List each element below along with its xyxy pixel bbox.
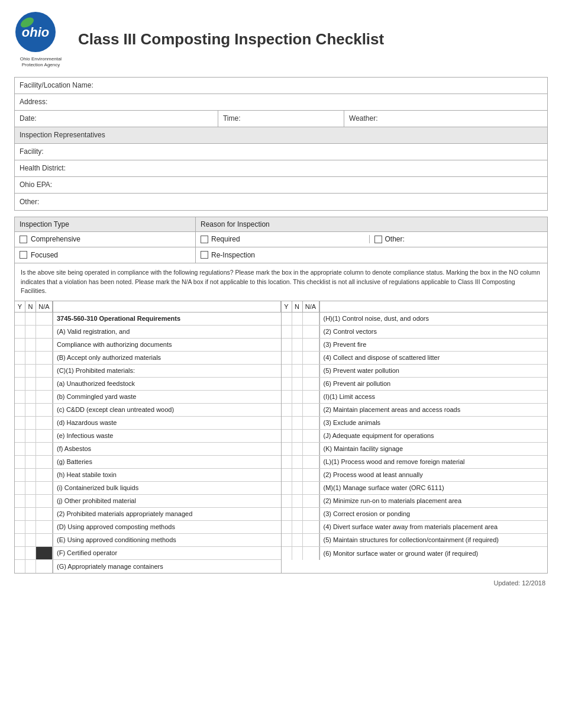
na-cell[interactable] [303,365,319,377]
na-cell[interactable] [36,534,53,546]
n-cell[interactable] [292,417,303,429]
y-cell[interactable] [15,495,25,507]
na-cell[interactable] [303,391,319,403]
n-cell[interactable] [292,326,303,338]
na-cell[interactable] [36,469,53,481]
na-cell[interactable] [303,430,319,442]
y-cell[interactable] [15,469,25,481]
y-cell[interactable] [15,391,25,403]
n-cell[interactable] [25,456,36,468]
other-checkbox[interactable] [374,236,382,243]
y-cell[interactable] [15,365,25,377]
n-cell[interactable] [292,495,303,507]
y-cell[interactable] [282,482,292,494]
n-cell[interactable] [292,430,303,442]
na-cell[interactable] [36,391,53,403]
n-cell[interactable] [25,430,36,442]
y-cell[interactable] [282,534,292,546]
n-cell[interactable] [292,534,303,546]
na-cell[interactable] [303,456,319,468]
na-cell[interactable] [303,378,319,390]
n-cell[interactable] [25,391,36,403]
y-cell[interactable] [15,326,25,338]
n-cell[interactable] [292,469,303,481]
na-cell[interactable] [303,313,319,325]
na-cell[interactable] [303,521,319,533]
n-cell[interactable] [25,404,36,416]
n-cell[interactable] [292,443,303,455]
na-cell[interactable] [36,508,53,520]
n-cell[interactable] [292,313,303,325]
y-cell[interactable] [15,404,25,416]
y-cell[interactable] [282,443,292,455]
y-cell[interactable] [15,352,25,364]
na-cell[interactable] [303,547,319,560]
na-cell[interactable] [303,417,319,429]
n-cell[interactable] [25,469,36,481]
y-cell[interactable] [15,417,25,429]
y-cell[interactable] [15,482,25,494]
y-cell[interactable] [282,456,292,468]
y-cell[interactable] [282,404,292,416]
n-cell[interactable] [292,547,303,560]
y-cell[interactable] [15,430,25,442]
n-cell[interactable] [292,391,303,403]
n-cell[interactable] [292,352,303,364]
focused-checkbox[interactable] [20,251,27,259]
n-cell[interactable] [25,534,36,546]
y-cell[interactable] [15,378,25,390]
n-cell[interactable] [25,417,36,429]
y-cell[interactable] [15,508,25,520]
y-cell[interactable] [282,469,292,481]
na-cell[interactable] [303,443,319,455]
n-cell[interactable] [25,560,36,573]
n-cell[interactable] [25,508,36,520]
n-cell[interactable] [25,495,36,507]
n-cell[interactable] [25,378,36,390]
na-cell[interactable] [303,326,319,338]
na-cell[interactable] [36,443,53,455]
y-cell[interactable] [282,352,292,364]
y-cell[interactable] [15,547,25,559]
na-cell[interactable] [303,339,319,351]
comprehensive-checkbox[interactable] [20,236,27,243]
n-cell[interactable] [292,404,303,416]
na-cell[interactable] [36,404,53,416]
na-cell[interactable] [36,417,53,429]
y-cell[interactable] [15,521,25,533]
na-cell[interactable] [36,456,53,468]
y-cell[interactable] [282,508,292,520]
y-cell[interactable] [282,430,292,442]
na-cell[interactable] [36,378,53,390]
na-cell[interactable] [303,534,319,546]
n-cell[interactable] [25,352,36,364]
na-cell[interactable] [36,313,53,325]
na-cell[interactable] [36,547,53,559]
n-cell[interactable] [292,339,303,351]
na-cell[interactable] [36,326,53,338]
y-cell[interactable] [282,391,292,403]
y-cell[interactable] [282,495,292,507]
n-cell[interactable] [25,365,36,377]
y-cell[interactable] [282,521,292,533]
y-cell[interactable] [282,547,292,560]
n-cell[interactable] [292,365,303,377]
n-cell[interactable] [25,313,36,325]
na-cell[interactable] [36,560,53,573]
n-cell[interactable] [292,378,303,390]
y-cell[interactable] [282,326,292,338]
reinspection-checkbox[interactable] [201,251,208,259]
na-cell[interactable] [303,469,319,481]
y-cell[interactable] [282,417,292,429]
n-cell[interactable] [292,456,303,468]
n-cell[interactable] [25,547,36,559]
na-cell[interactable] [36,352,53,364]
required-checkbox[interactable] [201,236,208,243]
na-cell[interactable] [36,495,53,507]
n-cell[interactable] [292,521,303,533]
n-cell[interactable] [25,326,36,338]
y-cell[interactable] [15,456,25,468]
na-cell[interactable] [303,495,319,507]
n-cell[interactable] [292,508,303,520]
n-cell[interactable] [25,339,36,351]
